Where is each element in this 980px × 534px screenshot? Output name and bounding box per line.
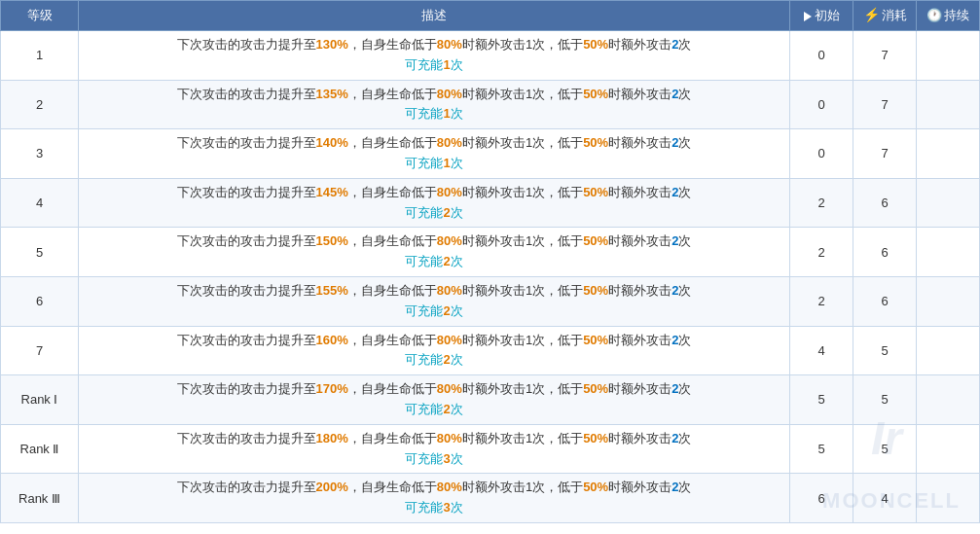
cell-continue (917, 80, 980, 129)
cell-continue (917, 326, 980, 375)
cell-desc: 下次攻击的攻击力提升至135%，自身生命低于80%时额外攻击1次，低于50%时额… (79, 80, 790, 129)
cell-desc: 下次攻击的攻击力提升至160%，自身生命低于80%时额外攻击1次，低于50%时额… (79, 326, 790, 375)
col-header-level: 等级 (1, 1, 79, 31)
cell-level: 1 (1, 31, 79, 81)
cell-desc: 下次攻击的攻击力提升至155%，自身生命低于80%时额外攻击1次，低于50%时额… (79, 276, 790, 326)
cell-continue (917, 31, 980, 81)
col-header-desc: 描述 (79, 1, 790, 31)
cell-start: 6 (790, 474, 853, 523)
cell-continue (917, 228, 980, 277)
lightning-icon: ⚡ (863, 7, 880, 22)
cell-continue (917, 474, 980, 523)
cell-desc: 下次攻击的攻击力提升至170%，自身生命低于80%时额外攻击1次，低于50%时额… (79, 375, 790, 425)
cell-consume: 7 (853, 129, 917, 179)
cell-consume: 5 (853, 424, 917, 474)
cell-continue (917, 276, 980, 326)
cell-desc: 下次攻击的攻击力提升至150%，自身生命低于80%时额外攻击1次，低于50%时额… (79, 228, 790, 277)
cell-continue (917, 424, 980, 474)
cell-start: 0 (790, 80, 853, 129)
table-row: 3下次攻击的攻击力提升至140%，自身生命低于80%时额外攻击1次，低于50%时… (1, 129, 980, 179)
table-row: 2下次攻击的攻击力提升至135%，自身生命低于80%时额外攻击1次，低于50%时… (1, 80, 980, 129)
table-row: Rank Ⅰ下次攻击的攻击力提升至170%，自身生命低于80%时额外攻击1次，低… (1, 375, 980, 425)
cell-continue (917, 375, 980, 425)
skill-table: 等级 描述 初始 ⚡消耗 🕐持续 1下次攻击的攻击力提升至130%，自身生命低于… (0, 0, 980, 523)
table-row: 6下次攻击的攻击力提升至155%，自身生命低于80%时额外攻击1次，低于50%时… (1, 276, 980, 326)
cell-level: 2 (1, 80, 79, 129)
cell-consume: 5 (853, 326, 917, 375)
cell-desc: 下次攻击的攻击力提升至130%，自身生命低于80%时额外攻击1次，低于50%时额… (79, 31, 790, 81)
table-row: Rank Ⅱ下次攻击的攻击力提升至180%，自身生命低于80%时额外攻击1次，低… (1, 424, 980, 474)
col-header-start: 初始 (790, 1, 853, 31)
cell-level: 6 (1, 276, 79, 326)
cell-desc: 下次攻击的攻击力提升至140%，自身生命低于80%时额外攻击1次，低于50%时额… (79, 129, 790, 179)
cell-consume: 7 (853, 31, 917, 81)
table-row: 4下次攻击的攻击力提升至145%，自身生命低于80%时额外攻击1次，低于50%时… (1, 178, 980, 228)
table-row: 1下次攻击的攻击力提升至130%，自身生命低于80%时额外攻击1次，低于50%时… (1, 31, 980, 81)
clock-icon: 🕐 (926, 8, 942, 22)
cell-level: 3 (1, 129, 79, 179)
cell-consume: 6 (853, 276, 917, 326)
table-row: 7下次攻击的攻击力提升至160%，自身生命低于80%时额外攻击1次，低于50%时… (1, 326, 980, 375)
cell-start: 0 (790, 31, 853, 81)
cell-level: Rank Ⅱ (1, 424, 79, 474)
cell-desc: 下次攻击的攻击力提升至200%，自身生命低于80%时额外攻击1次，低于50%时额… (79, 474, 790, 523)
cell-start: 2 (790, 178, 853, 228)
cell-consume: 5 (853, 375, 917, 425)
cell-start: 0 (790, 129, 853, 179)
cell-level: Rank Ⅰ (1, 375, 79, 425)
table-wrapper: 等级 描述 初始 ⚡消耗 🕐持续 1下次攻击的攻击力提升至130%，自身生命低于… (0, 0, 980, 523)
cell-start: 4 (790, 326, 853, 375)
cell-desc: 下次攻击的攻击力提升至180%，自身生命低于80%时额外攻击1次，低于50%时额… (79, 424, 790, 474)
cell-start: 5 (790, 375, 853, 425)
cell-desc: 下次攻击的攻击力提升至145%，自身生命低于80%时额外攻击1次，低于50%时额… (79, 178, 790, 228)
cell-consume: 6 (853, 228, 917, 277)
cell-level: 4 (1, 178, 79, 228)
cell-continue (917, 129, 980, 179)
cell-start: 5 (790, 424, 853, 474)
col-header-consume: ⚡消耗 (853, 1, 917, 31)
table-row: 5下次攻击的攻击力提升至150%，自身生命低于80%时额外攻击1次，低于50%时… (1, 228, 980, 277)
cell-start: 2 (790, 228, 853, 277)
cell-consume: 7 (853, 80, 917, 129)
cell-start: 2 (790, 276, 853, 326)
cell-level: 5 (1, 228, 79, 277)
cell-level: Rank Ⅲ (1, 474, 79, 523)
cell-level: 7 (1, 326, 79, 375)
triangle-icon (804, 12, 812, 21)
cell-consume: 6 (853, 178, 917, 228)
table-row: Rank Ⅲ下次攻击的攻击力提升至200%，自身生命低于80%时额外攻击1次，低… (1, 474, 980, 523)
cell-consume: 4 (853, 474, 917, 523)
cell-continue (917, 178, 980, 228)
col-header-continue: 🕐持续 (917, 1, 980, 31)
